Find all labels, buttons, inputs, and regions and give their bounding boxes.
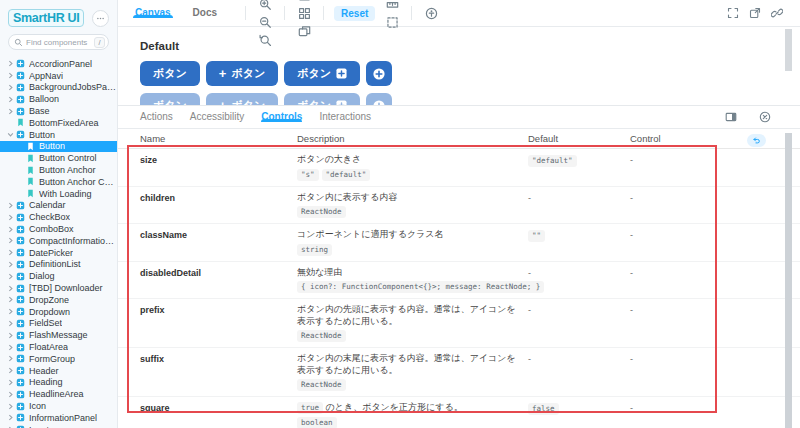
- search-input[interactable]: Find components /: [8, 34, 109, 50]
- addons-tabs: ActionsAccessibilityControlsInteractions: [118, 106, 800, 129]
- sidebar-item-headlinearea[interactable]: HeadlineArea: [0, 388, 117, 400]
- addon-tab-accessibility[interactable]: Accessibility: [190, 111, 244, 122]
- chevron-right-icon[interactable]: [6, 331, 15, 340]
- prop-control: -: [630, 304, 800, 342]
- sidebar-item-flashmessage[interactable]: FlashMessage: [0, 329, 117, 341]
- chevron-right-icon[interactable]: [6, 260, 15, 269]
- reset-button[interactable]: Reset: [334, 6, 375, 21]
- chevron-right-icon[interactable]: [6, 225, 15, 234]
- button-example[interactable]: +ボタン: [206, 61, 278, 86]
- measure-button[interactable]: [383, 0, 401, 13]
- chevron-right-icon[interactable]: [6, 413, 15, 422]
- reset-controls-button[interactable]: [747, 134, 766, 147]
- chevron-right-icon[interactable]: [6, 390, 15, 399]
- chevron-right-icon[interactable]: [6, 343, 15, 352]
- sidebar-item-label: InformationPanel: [29, 413, 97, 423]
- sidebar-item-label: Calendar: [29, 200, 66, 210]
- sidebar-item-accordionpanel[interactable]: AccordionPanel: [0, 58, 117, 70]
- chevron-right-icon[interactable]: [6, 284, 15, 293]
- sidebar-item-backgroundjobspanel[interactable]: BackgroundJobsPanel: [0, 82, 117, 94]
- chevron-right-icon[interactable]: [6, 378, 15, 387]
- chevron-right-icon[interactable]: [6, 107, 15, 116]
- addon-tab-actions[interactable]: Actions: [140, 111, 173, 122]
- sidebar-item-fieldset[interactable]: FieldSet: [0, 318, 117, 330]
- button-example-icon-only[interactable]: [366, 93, 392, 105]
- sidebar-item-button[interactable]: Button: [0, 141, 117, 153]
- chevron-right-icon[interactable]: [6, 118, 15, 127]
- chevron-right-icon[interactable]: [6, 71, 15, 80]
- sidebar-item-balloon[interactable]: Balloon: [0, 93, 117, 105]
- chevron-right-icon[interactable]: [6, 213, 15, 222]
- zoom-in-button[interactable]: [256, 0, 274, 13]
- button-example[interactable]: ボタン: [284, 93, 360, 105]
- sidebar-item-button-control[interactable]: Button Control: [0, 152, 117, 164]
- chevron-down-icon[interactable]: [6, 130, 15, 139]
- sidebar-item-input[interactable]: Input: [0, 424, 117, 428]
- tab-canvas[interactable]: Canvas: [133, 7, 173, 18]
- sidebar-item-compactinformationpanel[interactable]: CompactInformationPanel: [0, 235, 117, 247]
- sidebar-item-informationpanel[interactable]: InformationPanel: [0, 412, 117, 424]
- chevron-right-icon[interactable]: [6, 248, 15, 257]
- sidebar-item-heading[interactable]: Heading: [0, 377, 117, 389]
- copy-link-button[interactable]: [768, 4, 786, 22]
- sidebar-item-calendar[interactable]: Calendar: [0, 200, 117, 212]
- sidebar-item-definitionlist[interactable]: DefinitionList: [0, 259, 117, 271]
- sidebar-item-formgroup[interactable]: FormGroup: [0, 353, 117, 365]
- sidebar-item-combobox[interactable]: ComboBox: [0, 223, 117, 235]
- sidebar-item-base[interactable]: Base: [0, 105, 117, 117]
- default-badge: false: [528, 403, 559, 415]
- panel-position-icon: [725, 111, 737, 123]
- chevron-right-icon[interactable]: [6, 59, 15, 68]
- sidebar-item-checkbox[interactable]: CheckBox: [0, 211, 117, 223]
- chevron-right-icon[interactable]: [6, 95, 15, 104]
- sidebar-item-dropdown[interactable]: Dropdown: [0, 306, 117, 318]
- chevron-right-icon[interactable]: [6, 83, 15, 92]
- sidebar-item-dropzone[interactable]: DropZone: [0, 294, 117, 306]
- open-new-tab-button[interactable]: [746, 4, 764, 22]
- sidebar-item-icon[interactable]: Icon: [0, 400, 117, 412]
- sidebar-menu-button[interactable]: [92, 10, 109, 27]
- grid-button[interactable]: [295, 4, 313, 22]
- sidebar-item-button-anchor-control[interactable]: Button Anchor Control: [0, 176, 117, 188]
- undo-icon: [752, 136, 762, 145]
- chevron-right-icon[interactable]: [6, 272, 15, 281]
- addon-tab-interactions[interactable]: Interactions: [319, 111, 371, 122]
- chevron-right-icon[interactable]: [6, 201, 15, 210]
- button-example[interactable]: ボタン: [284, 61, 360, 86]
- button-example-icon-only[interactable]: [366, 61, 392, 86]
- chevron-right-icon[interactable]: [6, 354, 15, 363]
- button-example[interactable]: ボタン: [140, 93, 200, 105]
- chevron-right-icon[interactable]: [6, 236, 15, 245]
- chevron-right-icon[interactable]: [6, 307, 15, 316]
- sidebar-item-header[interactable]: Header: [0, 365, 117, 377]
- preview-scrollbar[interactable]: [785, 29, 792, 71]
- chevron-right-icon[interactable]: [6, 295, 15, 304]
- sidebar-item-floatarea[interactable]: FloatArea: [0, 341, 117, 353]
- button-example[interactable]: +ボタン: [206, 93, 278, 105]
- sidebar-item-button-anchor[interactable]: Button Anchor: [0, 164, 117, 176]
- sidebar-item-with-loading[interactable]: With Loading: [0, 188, 117, 200]
- tab-docs[interactable]: Docs: [191, 7, 219, 18]
- button-example[interactable]: ボタン: [140, 61, 200, 86]
- sidebar-item-tbd-downloader[interactable]: [TBD] Downloader: [0, 282, 117, 294]
- panel-position-button[interactable]: [722, 108, 740, 126]
- panel-scrollbar[interactable]: [785, 133, 792, 428]
- close-panel-button[interactable]: [756, 108, 774, 126]
- sidebar-item-label: DropZone: [29, 295, 69, 305]
- chevron-right-icon[interactable]: [6, 319, 15, 328]
- sidebar: SmartHR UI Find components / AccordionPa…: [0, 0, 118, 428]
- sidebar-item-datepicker[interactable]: DatePicker: [0, 247, 117, 259]
- fullscreen-button[interactable]: [724, 4, 742, 22]
- chevron-right-icon[interactable]: [6, 366, 15, 375]
- smarthr-ui-logo[interactable]: SmartHR UI: [8, 9, 84, 27]
- prop-control: -: [630, 353, 800, 391]
- sidebar-item-bottomfixedarea[interactable]: BottomFixedArea: [0, 117, 117, 129]
- sidebar-item-label: Heading: [29, 377, 63, 387]
- accessibility-button[interactable]: [422, 4, 440, 22]
- chevron-right-icon[interactable]: [6, 402, 15, 411]
- addon-tab-controls[interactable]: Controls: [261, 111, 302, 122]
- sidebar-item-button[interactable]: Button: [0, 129, 117, 141]
- sidebar-item-appnavi[interactable]: AppNavi: [0, 70, 117, 82]
- prop-name: className: [140, 229, 297, 256]
- sidebar-item-dialog[interactable]: Dialog: [0, 270, 117, 282]
